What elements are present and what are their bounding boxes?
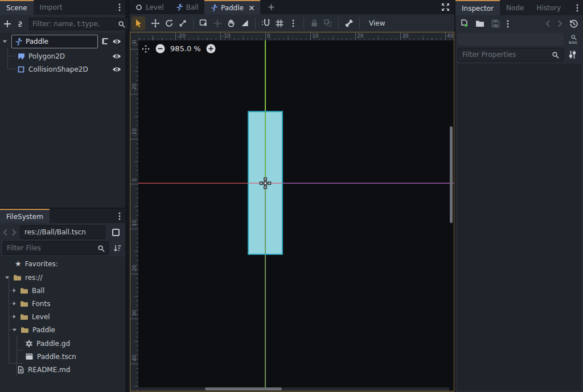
snap-options-menu-icon[interactable] (286, 16, 300, 30)
smart-snap-icon[interactable] (259, 16, 273, 30)
fs-item-favorites[interactable]: ★ Favorites: (0, 257, 125, 270)
zoom-level-label[interactable]: 985.0 % (170, 44, 201, 53)
transform-gizmo[interactable] (259, 177, 272, 189)
horizontal-ruler[interactable]: -20 -10 0 10 20 30 40 (138, 32, 454, 40)
center-view-icon[interactable] (141, 44, 150, 53)
fs-item-readme[interactable]: README.md (0, 363, 125, 376)
ruler-label: -20 (177, 33, 186, 39)
scene-tab-label: Paddle (221, 4, 244, 12)
visibility-eye-icon[interactable] (112, 66, 121, 73)
fs-item-paddle-gd[interactable]: Paddle.gd (0, 337, 125, 350)
tab-history[interactable]: History (530, 0, 567, 15)
h-scrollbar-track[interactable] (138, 387, 449, 391)
vertical-ruler[interactable]: -30 -20 -10 0 10 20 30 40 (130, 40, 138, 391)
distraction-free-icon[interactable] (437, 0, 454, 14)
save-resource-icon[interactable] (491, 19, 500, 28)
collision-shape-2d-icon (17, 65, 25, 73)
caret-right-icon[interactable] (12, 301, 17, 306)
h-scrollbar-thumb[interactable] (205, 387, 282, 390)
history-forward-icon[interactable] (557, 20, 563, 27)
property-tools-icon[interactable] (568, 50, 577, 59)
inspector-menu-icon[interactable] (572, 0, 583, 15)
scene-tab-level[interactable]: Level (130, 0, 170, 14)
caret-right-icon[interactable] (12, 288, 17, 293)
close-tab-icon[interactable] (249, 5, 254, 11)
filesystem-path-input[interactable] (20, 225, 105, 239)
tab-node[interactable]: Node (500, 0, 530, 15)
fs-item-fonts[interactable]: Fonts (0, 297, 125, 310)
scale-tool-button[interactable] (176, 16, 190, 30)
history-back-icon[interactable] (3, 229, 8, 236)
tab-scene[interactable]: Scene (0, 0, 34, 15)
grid-snap-icon[interactable] (273, 16, 286, 30)
filesystem-menu-icon[interactable] (114, 209, 125, 223)
scene-dock: Scene Import Polygon2D (0, 0, 125, 208)
move-pivot-tool-button[interactable] (211, 16, 224, 30)
move-tool-button[interactable] (149, 16, 162, 30)
scene-node-polygon2d-row[interactable]: Polygon2D (0, 49, 125, 63)
visibility-eye-icon[interactable] (112, 38, 121, 45)
sort-files-icon[interactable] (112, 244, 122, 252)
list-select-tool-button[interactable] (197, 16, 211, 30)
caret-right-icon[interactable] (12, 314, 17, 319)
zoom-out-button[interactable] (155, 44, 165, 53)
fs-item-level[interactable]: Level (0, 310, 125, 323)
attached-script-icon[interactable] (101, 37, 109, 46)
select-tool-button[interactable] (132, 16, 145, 30)
filesystem-filter-input[interactable] (7, 244, 97, 252)
pan-tool-button[interactable] (224, 16, 238, 30)
history-back-icon[interactable] (545, 20, 551, 27)
resource-options-menu-icon[interactable] (507, 19, 509, 28)
tab-filesystem-label: FileSystem (6, 213, 43, 221)
character-body-2d-icon (210, 4, 217, 11)
view-menu-button[interactable]: View (363, 19, 391, 27)
fs-item-res[interactable]: res:// (0, 271, 125, 284)
tab-filesystem[interactable]: FileSystem (0, 209, 50, 223)
object-history-icon[interactable] (569, 19, 578, 28)
x-axis-line (138, 183, 248, 184)
caret-down-icon[interactable] (12, 327, 17, 332)
inspector-filter-input[interactable] (462, 51, 552, 59)
skeleton-bone-icon[interactable] (342, 16, 356, 30)
lock-object-icon[interactable] (307, 16, 321, 30)
packed-scene-icon (25, 353, 34, 360)
group-object-icon[interactable] (321, 16, 335, 30)
node-label: Polygon2D (28, 52, 65, 60)
ruler-tool-button[interactable] (238, 16, 252, 30)
scene-filter-box (29, 18, 129, 30)
new-scene-tab-icon[interactable] (260, 0, 282, 14)
fs-item-label: Paddle.tscn (37, 353, 76, 361)
split-mode-icon[interactable] (109, 225, 122, 239)
scene-tab-paddle[interactable]: Paddle (204, 0, 260, 14)
canvas-2d[interactable]: 985.0 % (138, 40, 454, 391)
character-body-2d-icon (14, 38, 22, 46)
tab-import[interactable]: Import (34, 0, 69, 15)
add-node-button[interactable] (3, 20, 11, 28)
scene-node-collisionshape2d-row[interactable]: CollisionShape2D (0, 63, 125, 76)
scene-node-paddle-row[interactable] (0, 34, 125, 48)
caret-down-icon[interactable] (5, 275, 10, 280)
folder-icon (20, 327, 29, 333)
tab-inspector[interactable]: Inspector (455, 0, 500, 15)
fs-item-paddle[interactable]: Paddle (0, 323, 125, 336)
filesystem-dock: FileSystem ★ Favorites: res: (0, 209, 125, 392)
instance-scene-button[interactable] (16, 20, 24, 28)
scene-tab-label: Ball (186, 3, 199, 11)
fs-item-ball[interactable]: Ball (0, 284, 125, 297)
rotate-tool-button[interactable] (162, 16, 176, 30)
scene-filter-input[interactable] (32, 20, 118, 28)
v-scrollbar-thumb[interactable] (450, 126, 453, 223)
new-resource-icon[interactable] (460, 19, 469, 28)
load-resource-folder-icon[interactable] (475, 20, 485, 27)
zoom-in-button[interactable] (206, 44, 216, 53)
visibility-eye-icon[interactable] (112, 53, 121, 60)
scene-tab-ball[interactable]: Ball (170, 0, 204, 14)
scene-dock-menu-icon[interactable] (114, 0, 125, 15)
search-docs-icon[interactable]: DOC (567, 33, 580, 46)
collapse-caret-icon[interactable] (2, 39, 7, 44)
fs-item-paddle-tscn[interactable]: Paddle.tscn (0, 350, 125, 363)
history-forward-icon[interactable] (11, 229, 17, 236)
ruler-label: 20 (132, 265, 137, 273)
node-rename-input[interactable] (26, 38, 95, 46)
rename-box (11, 35, 98, 48)
